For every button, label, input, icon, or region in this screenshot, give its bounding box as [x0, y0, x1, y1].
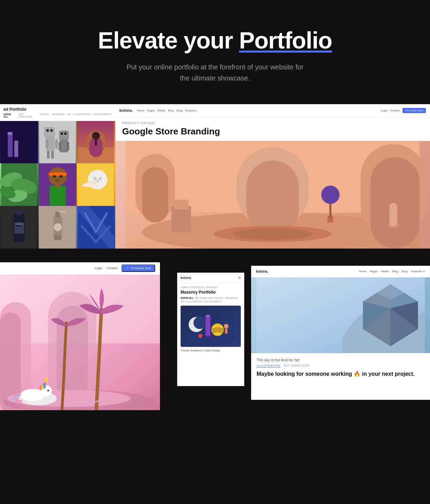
purchase-btn[interactable]: Purchase Now	[402, 108, 426, 113]
svg-rect-9	[45, 139, 48, 149]
filter-artdir[interactable]: ART DIRECTION	[19, 113, 37, 118]
br-nav-shop[interactable]: Shop	[401, 270, 408, 273]
svg-rect-16	[60, 140, 68, 152]
svg-point-71	[321, 186, 340, 204]
purchase-btn-bl[interactable]: 🛒 Purchase Now	[121, 264, 155, 272]
screenshots-top-row: ed Portfolio SHOW ALL ART DIRECTION DIGI…	[0, 104, 430, 249]
mobile-logo: kotona.	[181, 276, 192, 280]
svg-rect-37	[55, 184, 60, 188]
svg-rect-53	[54, 235, 61, 240]
nav-items: Home Pages Works Blog Shop Features	[137, 109, 196, 112]
filter-showall[interactable]: SHOW ALL	[3, 113, 16, 118]
svg-rect-46	[15, 223, 23, 224]
mobile-menu-icon[interactable]: ≡	[238, 275, 241, 280]
grid-cell-4	[0, 163, 39, 206]
svg-rect-1	[8, 134, 13, 157]
mf-digital[interactable]: DIGITAL	[215, 297, 224, 299]
br-nav-features[interactable]: Features ✳	[411, 270, 425, 273]
br-nav-works[interactable]: Works	[381, 270, 389, 273]
nav-features[interactable]: Features	[185, 109, 196, 112]
svg-point-88	[47, 390, 49, 391]
grid-cell-6	[77, 163, 115, 206]
kotona-logo: kotona.	[119, 108, 133, 112]
tagline-end: in your next project.	[362, 371, 415, 377]
svg-rect-18	[67, 142, 69, 151]
filter-photo[interactable]: PHOTOGRAPHY	[93, 113, 112, 118]
login-btn[interactable]: Login	[381, 109, 388, 112]
svg-rect-98	[225, 329, 228, 334]
screenshot-bottom-right: kotona. Home Pages Works Blog Shop Featu…	[251, 266, 430, 400]
filter-3d[interactable]: 3D	[67, 113, 71, 118]
nav-pages[interactable]: Pages	[147, 109, 155, 112]
browser-bar-top-right: kotona. Home Pages Works Blog Shop Featu…	[115, 104, 430, 117]
portfolio-title: ed Portfolio	[3, 107, 112, 112]
mf-photography[interactable]: PHOTOGRAPHY	[204, 300, 222, 303]
portfolio-grid	[0, 121, 115, 249]
product-title: Google Store Branding	[115, 126, 430, 141]
mf-showall[interactable]: SHOW ALL	[181, 297, 193, 299]
svg-rect-36	[50, 186, 66, 206]
screenshot-bottom-left: Login. Contact. 🛒 Purchase Now	[0, 262, 160, 410]
svg-point-99	[198, 334, 203, 338]
mobile-card-title: Trendy Gradients in Web Design	[181, 349, 241, 352]
svg-rect-14	[61, 132, 63, 135]
grid-cell-7	[0, 206, 39, 249]
mf-artdir[interactable]: ART DIRECTION	[195, 297, 213, 299]
bottom-left-bar: Login. Contact. 🛒 Purchase Now	[0, 262, 160, 275]
svg-point-97	[224, 324, 229, 329]
screenshots-bottom-row: Login. Contact. 🛒 Purchase Now	[0, 262, 430, 410]
contact-btn-bl[interactable]: Contact.	[107, 266, 118, 270]
login-btn-bl[interactable]: Login.	[95, 266, 103, 270]
svg-rect-73	[389, 203, 397, 226]
filter-illustration[interactable]: ILLUSTRATION	[73, 113, 90, 118]
br-content: The sky is the limit for her ILLUSTRATIO…	[251, 353, 430, 400]
svg-rect-7	[50, 129, 53, 132]
screenshot-top-left: ed Portfolio SHOW ALL ART DIRECTION DIGI…	[0, 104, 115, 249]
svg-point-68	[234, 228, 312, 240]
hero-subtitle: Put your online portfolio at the forefro…	[122, 62, 308, 84]
filter-digital[interactable]: DIGITAL	[40, 113, 49, 118]
svg-point-40	[94, 177, 97, 180]
objects-scene	[181, 306, 241, 347]
contact-btn[interactable]: Contact	[390, 109, 400, 112]
svg-rect-12	[51, 150, 54, 158]
nav-blog[interactable]: Blog	[168, 109, 174, 112]
svg-point-3	[8, 132, 13, 135]
hero-title-start: Elevate your	[98, 27, 239, 53]
cat-illustration[interactable]: ILLUSTRATION	[257, 364, 280, 368]
svg-rect-15	[64, 132, 67, 135]
filter-branding[interactable]: BRANDING	[52, 113, 65, 118]
br-nav-home[interactable]: Home	[359, 270, 366, 273]
svg-rect-13	[59, 131, 68, 140]
svg-point-34	[60, 175, 62, 178]
nav-home[interactable]: Home	[137, 109, 144, 112]
grid-cell-9	[77, 206, 115, 249]
br-logo: kotona.	[256, 270, 268, 273]
svg-rect-64	[247, 161, 299, 235]
svg-point-52	[54, 223, 62, 231]
mf-illustration[interactable]: ILLUSTRATION	[185, 300, 202, 303]
svg-rect-75	[174, 200, 189, 209]
svg-rect-24	[95, 139, 97, 145]
br-nav-blog[interactable]: Blog	[393, 270, 398, 273]
mobile-bar: kotona. ≡	[177, 273, 244, 283]
mf-branding[interactable]: BRANDING	[225, 297, 238, 299]
mobile-section-title: Masonry Portfolio	[181, 290, 241, 295]
svg-point-90	[187, 331, 235, 345]
br-nav-bar: kotona. Home Pages Works Blog Shop Featu…	[251, 266, 430, 277]
portfolio-header: ed Portfolio SHOW ALL ART DIRECTION DIGI…	[0, 104, 115, 121]
mf-3d[interactable]: 3D	[181, 300, 184, 303]
svg-rect-47	[15, 226, 21, 226]
br-nav-pages[interactable]: Pages	[370, 270, 378, 273]
purchase-label: Purchase Now	[131, 266, 151, 270]
nav-works[interactable]: Works	[158, 109, 165, 112]
svg-rect-44	[15, 210, 23, 215]
nav-shop[interactable]: Shop	[176, 109, 183, 112]
grid-cell-5	[39, 163, 77, 206]
hero-title: Elevate your Portfolio	[7, 28, 423, 53]
product-image	[115, 141, 430, 249]
cat-art[interactable]: ART DIRECTION	[284, 364, 310, 368]
svg-point-92	[194, 317, 206, 329]
svg-point-94	[206, 315, 211, 317]
product-label: PRODUCT DESIGN	[115, 117, 430, 126]
